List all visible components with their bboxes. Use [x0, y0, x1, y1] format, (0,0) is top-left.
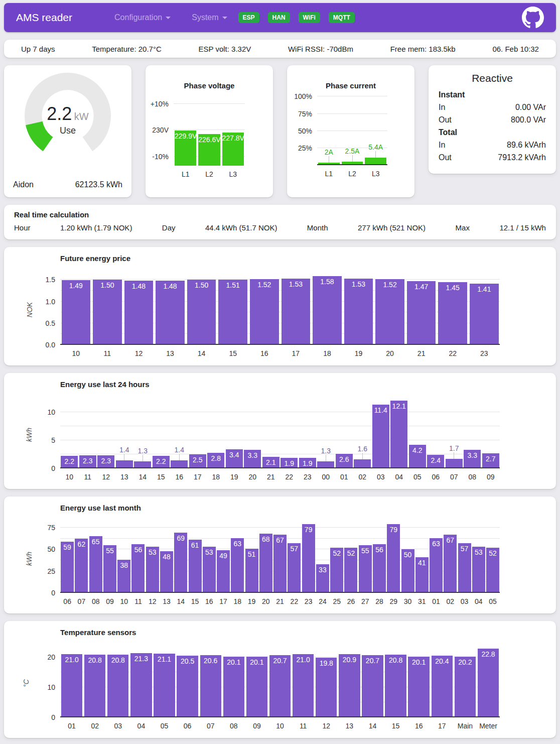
- bar: 11.4: [372, 405, 389, 468]
- bar: 4.2: [409, 445, 426, 468]
- bar: 56: [131, 544, 145, 593]
- x-axis-labels: 1011121314151617181920212223: [60, 349, 500, 357]
- chart-title: Energy use last 24 hours: [60, 380, 546, 389]
- x-axis-labels: 0102030405060708091011121314151617MainMe…: [60, 722, 500, 730]
- bar-value-label: 4.2: [409, 446, 426, 454]
- bar-value-label: 1.50: [93, 281, 122, 289]
- bar-slot: 59: [60, 524, 74, 593]
- bar-value-label: 227.8V: [222, 134, 244, 142]
- x-tick-label: L1: [317, 170, 341, 178]
- x-tick-label: 27: [358, 597, 372, 605]
- bar-slot: 57: [287, 524, 301, 593]
- bar-value-label: 33: [316, 566, 329, 574]
- energy-24h-card: Energy use last 24 hours kWh10502.22.32.…: [4, 373, 556, 489]
- power-gauge: 2.2 kW Use: [4, 70, 131, 169]
- bar: 56: [373, 544, 386, 593]
- x-tick-label: 05: [408, 473, 427, 481]
- bar-slot: 1.9: [280, 401, 299, 468]
- bar: 2.2: [61, 456, 78, 468]
- gauge-footer: Aidon 62123.5 kWh: [13, 180, 122, 189]
- bar-slot: 56: [131, 524, 145, 593]
- bar-slot: 68: [259, 524, 273, 593]
- bar-slot: 1.52: [374, 275, 406, 345]
- nav-system-dropdown[interactable]: System: [192, 13, 227, 22]
- bar-value-label: 53: [203, 548, 216, 556]
- bar-value-label: 20.9: [339, 656, 360, 664]
- bar: 50: [401, 549, 414, 593]
- bar: 1.9: [281, 458, 298, 468]
- bar-slot: 3.3: [243, 401, 262, 468]
- realtime-row: Hour1.20 kWh (1.79 NOK)Day44.4 kWh (51.7…: [14, 223, 546, 232]
- bar-value-label: 52: [486, 549, 499, 557]
- github-icon[interactable]: [522, 7, 544, 29]
- bar: 55: [359, 545, 372, 593]
- x-tick-label: 02: [353, 473, 372, 481]
- bar-value-label: 1.48: [124, 282, 154, 290]
- bar-value-label: 1.52: [250, 281, 279, 289]
- bar-slot: 2.4: [427, 401, 445, 468]
- bar-value-label: 229.9V: [175, 132, 197, 140]
- x-tick-label: 06: [176, 722, 199, 730]
- bar: 20.8: [385, 655, 406, 717]
- x-tick-label: 30: [400, 597, 414, 605]
- y-tick-label: 75%: [298, 110, 312, 118]
- bar-value-label: 2.3: [79, 457, 96, 465]
- bar: 68: [259, 534, 272, 593]
- x-tick-label: 03: [457, 597, 471, 605]
- bar-slot: 53: [202, 524, 216, 593]
- bar-value-label: 20.5: [177, 657, 198, 665]
- x-tick-label: 01: [429, 597, 443, 605]
- x-tick-label: 16: [170, 473, 189, 481]
- x-tick-label: 21: [262, 473, 281, 481]
- bar-slot: 67: [443, 524, 457, 593]
- x-tick-label: 01: [60, 722, 83, 730]
- bar-value-label: 65: [89, 538, 102, 546]
- bar-value-label: 63: [430, 540, 443, 548]
- x-tick-label: L1: [174, 170, 197, 178]
- bar-value-label: 3.3: [244, 451, 261, 459]
- bar-slot: 56: [372, 524, 386, 593]
- bar-value-label: 67: [273, 536, 287, 544]
- status-item: Up 7 days: [21, 45, 55, 53]
- x-tick-label: 09: [103, 597, 117, 605]
- reactive-section-header: Total: [439, 126, 546, 139]
- bar-slot: 2.2: [152, 401, 171, 468]
- realtime-value: 12.1 / 15 kWh: [499, 223, 546, 232]
- x-tick-label: 17: [216, 597, 230, 605]
- gauge-center-text: 2.2 kW Use: [4, 103, 131, 136]
- realtime-label: Day: [162, 223, 176, 232]
- bar-slot: 20.7: [361, 649, 384, 717]
- bar-slot: 79: [302, 524, 316, 593]
- badge-mqtt: MQTT: [329, 12, 355, 23]
- bar-slot: 3.3: [463, 401, 482, 468]
- y-tick-label: 1.5: [46, 276, 55, 284]
- bar-value-label: 3.3: [464, 451, 481, 459]
- y-tick-label: 0: [51, 464, 55, 472]
- bar: 2.3: [97, 455, 114, 468]
- bar-value-label: 69: [174, 534, 187, 542]
- bar-value-label: 61: [189, 541, 202, 549]
- status-item: WiFi RSSI: -70dBm: [288, 45, 353, 53]
- x-tick-label: L2: [197, 170, 221, 178]
- bar-value-label: 62: [75, 540, 88, 548]
- x-tick-label: 23: [302, 597, 316, 605]
- nav-configuration-dropdown[interactable]: Configuration: [114, 13, 171, 22]
- y-tick-label: 10: [47, 408, 55, 416]
- bar: 1.45: [438, 282, 467, 345]
- bar-slot: 21.3: [129, 649, 153, 717]
- bar: 33: [316, 564, 329, 593]
- x-tick-label: 13: [338, 722, 361, 730]
- x-axis-labels: 0607080910111213141516171819202122232425…: [60, 597, 500, 605]
- bar-value-label: 20.8: [84, 656, 105, 664]
- bar-value-label: 1.53: [344, 280, 373, 288]
- bar-value-label: 20.7: [269, 657, 291, 665]
- x-tick-label: 12: [315, 722, 338, 730]
- x-axis-line: [60, 344, 500, 345]
- bar-value-label: 20.8: [107, 656, 128, 664]
- bar: 57: [288, 543, 301, 593]
- bar-slot: 55: [103, 524, 117, 593]
- x-tick-label: 17: [280, 349, 312, 357]
- bar-slot: 55: [358, 524, 372, 593]
- bar-value-label: 52: [330, 549, 343, 557]
- x-tick-label: 12: [97, 473, 115, 481]
